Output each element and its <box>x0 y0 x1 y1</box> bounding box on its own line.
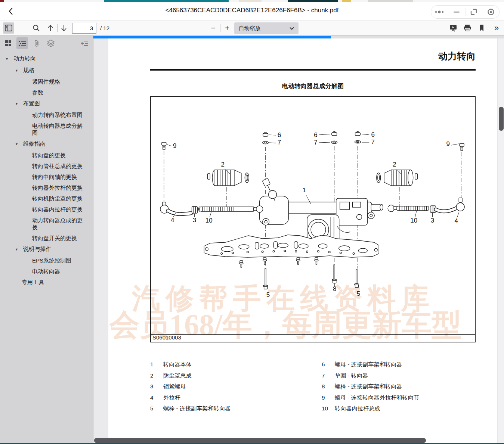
previous-page-button[interactable] <box>45 22 56 34</box>
layers-icon <box>47 40 55 47</box>
callout-label: 7 <box>314 139 317 146</box>
toc-item[interactable]: 转向器外拉杆的更换 <box>0 182 93 193</box>
figure-heading: 电动转向器总成分解图 <box>150 82 476 90</box>
chapter-title: 动力转向 <box>108 50 476 62</box>
tie-rod-right <box>388 198 464 212</box>
toggle-sidebar-button[interactable] <box>3 22 14 34</box>
search-icon <box>33 24 40 32</box>
toc-item[interactable]: 动力转向系统布置图 <box>0 109 93 120</box>
toc-item-label: 电动转向器总成分解图 <box>32 122 83 136</box>
toc-caret-icon[interactable]: ▼ <box>15 100 20 108</box>
toc-item-label: 维修指南 <box>23 140 46 147</box>
toc-item-label: 动力转向 <box>13 55 36 62</box>
toc-item[interactable]: 转向器内拉杆的更换 <box>0 204 93 215</box>
outline-list: ▼动力转向▼规格紧固件规格参数▼布置图动力转向系统布置图电动转向器总成分解图▼维… <box>0 53 93 288</box>
callout-label: 3 <box>193 217 196 224</box>
parts-row: 3锁紧螺母 <box>150 381 322 392</box>
callout-label: 2 <box>393 161 396 168</box>
parts-row: 6螺母 - 连接副车架和转向器 <box>322 359 476 370</box>
toc-item[interactable]: EPS系统控制图 <box>0 255 93 266</box>
vertical-scrollbar[interactable] <box>498 38 504 444</box>
minimize-button[interactable] <box>448 8 465 16</box>
thumbnails-view-button[interactable] <box>2 37 14 49</box>
record-button[interactable] <box>482 8 499 16</box>
parts-row: 1转向器本体 <box>150 359 322 370</box>
parts-row: 10转向器内拉杆总成 <box>322 403 476 414</box>
toc-item[interactable]: 转向中间轴的更换 <box>0 171 93 182</box>
toc-item[interactable]: ▼维修指南 <box>0 138 93 150</box>
toc-item-label: 转向管柱总成的更换 <box>32 163 83 169</box>
toc-item-label: 转向盘开关的更换 <box>32 235 77 241</box>
loading-bar <box>93 36 504 38</box>
zoom-select[interactable]: 自动缩放 <box>234 22 299 34</box>
more-tools-button[interactable]: » <box>491 22 502 34</box>
toc-item[interactable]: 电动转向器总成分解图 <box>0 120 93 138</box>
callout-label: 6 <box>278 131 281 139</box>
toc-item[interactable]: 电动转向器 <box>0 266 93 277</box>
current-outline-item-button[interactable] <box>79 37 90 49</box>
toc-item[interactable]: 紧固件规格 <box>0 76 93 87</box>
toc-item[interactable]: 转向盘开关的更换 <box>0 233 93 243</box>
horizontal-scrollbar-thumb[interactable] <box>94 438 426 443</box>
parts-row: 7垫圈 - 转向器 <box>322 370 476 381</box>
toc-caret-icon[interactable]: ▼ <box>5 56 10 63</box>
sidebar: ▼动力转向▼规格紧固件规格参数▼布置图动力转向系统布置图电动转向器总成分解图▼维… <box>0 36 93 444</box>
toc-item-label: 转向盘的更换 <box>32 152 66 158</box>
bookmark-icon <box>479 24 485 32</box>
thumbnails-icon <box>5 40 12 47</box>
callout-label: 9 <box>173 142 176 149</box>
toc-item[interactable]: ▼规格 <box>0 65 93 76</box>
toc-caret-icon[interactable]: ▼ <box>15 67 20 74</box>
toc-item[interactable]: 转向机防尘罩的更换 <box>0 193 93 204</box>
bellows-right <box>377 170 418 186</box>
toc-item-label: 转向器外拉杆的更换 <box>32 184 83 191</box>
printer-icon <box>463 24 471 32</box>
callout-label: 6 <box>371 131 375 138</box>
more-options-button[interactable] <box>431 8 448 16</box>
ellipsis-icon <box>435 10 444 14</box>
parts-row: 9螺母 - 连接转向器外拉杆和转向节 <box>322 392 476 403</box>
toc-item[interactable]: 专用工具 <box>0 277 93 288</box>
toc-item[interactable]: 参数 <box>0 87 93 98</box>
pdf-viewer-area: 汽修帮手在线资料库 会员168/年，每周更新车型 动力转向 电动转向器总成分解图 <box>93 38 504 444</box>
toc-item[interactable]: 转向盘的更换 <box>0 150 93 161</box>
attachments-view-button[interactable] <box>31 37 42 49</box>
page-number-input[interactable] <box>72 23 96 34</box>
callout-label: 7 <box>278 139 281 146</box>
callout-label: 9 <box>446 140 450 148</box>
presentation-mode-button[interactable] <box>448 22 459 34</box>
window-titlebar: <46563736CEACD0DECAD6B2E12E626F6F6B> - c… <box>0 2 504 21</box>
parts-column-right: 6螺母 - 连接副车架和转向器7垫圈 - 转向器8螺栓 - 连接副车架和转向器9… <box>322 359 476 414</box>
toc-caret-icon[interactable]: ▼ <box>15 246 20 253</box>
parts-row: 2防尘罩总成 <box>150 370 322 381</box>
steering-gear-body <box>260 178 383 245</box>
toc-item[interactable]: ▼布置图 <box>0 98 93 109</box>
toc-item[interactable]: ▼动力转向 <box>0 53 93 65</box>
toc-item[interactable]: 动力转向器总成的更换 <box>0 215 93 233</box>
callout-label: 5 <box>266 291 270 298</box>
callout-label: 7 <box>371 139 375 146</box>
zoom-in-button[interactable]: + <box>222 22 233 34</box>
callout-label: 2 <box>221 161 224 168</box>
print-button[interactable] <box>462 22 473 34</box>
toc-item-label: 规格 <box>23 67 34 73</box>
toc-item-label: EPS系统控制图 <box>32 257 71 264</box>
chevron-down-icon <box>290 27 294 30</box>
layers-view-button[interactable] <box>45 37 56 49</box>
search-button[interactable] <box>31 22 42 34</box>
next-page-button[interactable] <box>58 22 69 34</box>
pdf-toolbar: / 12 − + 自动缩放 » <box>0 21 504 36</box>
toc-caret-icon[interactable]: ▼ <box>15 141 20 148</box>
callout-label: 4 <box>455 217 458 224</box>
loading-bar-progress <box>93 36 331 38</box>
outline-icon <box>19 40 26 47</box>
restore-button[interactable] <box>465 8 482 16</box>
vertical-scrollbar-thumb[interactable] <box>499 107 504 131</box>
toc-item[interactable]: ▼说明与操作 <box>0 243 93 255</box>
zoom-out-button[interactable]: − <box>208 22 219 34</box>
parts-row: 5螺栓 - 连接副车架和转向器 <box>150 403 322 414</box>
outline-view-button[interactable] <box>16 37 28 49</box>
figure-code: S06010003 <box>152 334 181 341</box>
bookmark-button[interactable] <box>476 22 487 34</box>
toc-item[interactable]: 转向管柱总成的更换 <box>0 161 93 171</box>
